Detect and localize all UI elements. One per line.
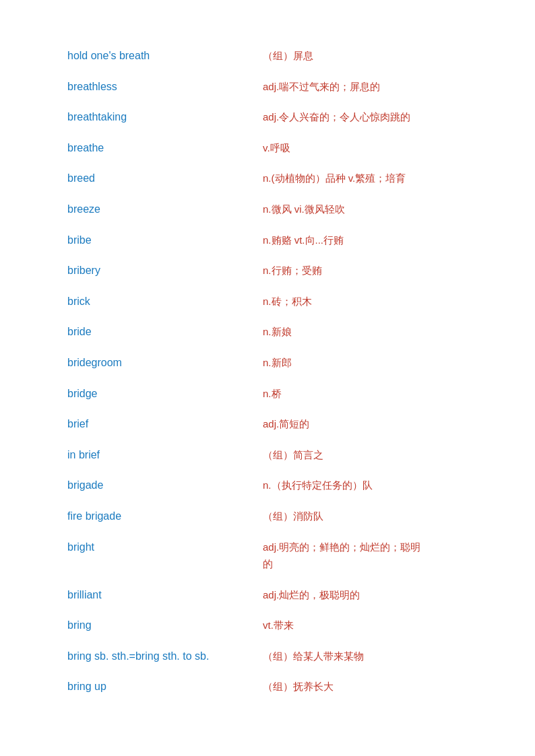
list-item: breezen.微风 vi.微风轻吹 [67,194,481,225]
list-item: bring sb. sth.=bring sth. to sb.（组）给某人带来… [67,641,481,672]
entry-definition: n.行贿；受贿 [263,262,481,279]
list-item: brilliantadj.灿烂的，极聪明的 [67,580,481,611]
entry-definition: adj.喘不过气来的；屏息的 [263,78,481,96]
entry-word: hold one's breath [67,47,263,65]
entry-definition: adj.简短的 [263,415,481,433]
entry-word: brigade [67,477,263,494]
entry-word: breeze [67,201,263,218]
entry-definition: n.贿赂 vt.向...行贿 [263,232,481,249]
list-item: bridgen.桥 [67,378,481,409]
list-item: briefadj.简短的 [67,409,481,440]
entry-definition: n.新娘 [263,323,481,341]
list-item: bringvt.带来 [67,610,481,641]
entry-definition: （组）屏息 [263,47,481,65]
list-item: briberyn.行贿；受贿 [67,255,481,286]
entry-word: bring [67,617,263,634]
entry-word: bribe [67,232,263,249]
list-item: bridegroomn.新郎 [67,347,481,378]
entry-word: bride [67,323,263,341]
list-item: breedn.(动植物的）品种 v.繁殖；培育 [67,163,481,194]
entry-definition: n.桥 [263,385,481,403]
entry-definition: （组）简言之 [263,446,481,464]
entry-definition: （组）消防队 [263,508,481,525]
entry-word: bridegroom [67,354,263,372]
entry-definition: adj.灿烂的，极聪明的 [263,586,481,604]
list-item: fire brigade（组）消防队 [67,501,481,532]
entry-definition: （组）抚养长大 [263,678,481,695]
entry-word: in brief [67,446,263,464]
entry-word: bright [67,539,263,556]
list-item: breathlessadj.喘不过气来的；屏息的 [67,71,481,102]
entry-definition: adj.明亮的；鲜艳的；灿烂的；聪明的 [263,539,481,573]
entry-definition: adj.令人兴奋的；令人心惊肉跳的 [263,108,481,126]
entry-definition: v.呼吸 [263,139,481,157]
entry-word: bridge [67,385,263,403]
list-item: breathev.呼吸 [67,133,481,164]
list-item: brickn.砖；积木 [67,286,481,317]
list-item: breathtakingadj.令人兴奋的；令人心惊肉跳的 [67,102,481,133]
entry-word: bring up [67,678,263,695]
entry-definition: vt.带来 [263,617,481,634]
entry-word: breathtaking [67,108,263,126]
list-item: in brief（组）简言之 [67,440,481,471]
list-item: hold one's breath（组）屏息 [67,40,481,71]
entry-word: fire brigade [67,508,263,525]
entry-word: brilliant [67,586,263,604]
entry-word: bring sb. sth.=bring sth. to sb. [67,648,263,665]
list-item: briden.新娘 [67,316,481,347]
entry-definition: n.（执行特定任务的）队 [263,477,481,494]
list-item: bring up（组）抚养长大 [67,671,481,702]
entry-word: brief [67,415,263,433]
entry-definition: n.新郎 [263,354,481,372]
entry-word: breathless [67,78,263,96]
entry-definition: n.砖；积木 [263,293,481,310]
entry-word: breed [67,170,263,187]
entry-definition: n.(动植物的）品种 v.繁殖；培育 [263,170,481,187]
entry-word: bribery [67,262,263,279]
entry-definition: n.微风 vi.微风轻吹 [263,201,481,218]
entry-word: breathe [67,139,263,157]
entry-word: brick [67,293,263,310]
entry-definition: （组）给某人带来某物 [263,648,481,665]
list-item: brightadj.明亮的；鲜艳的；灿烂的；聪明的 [67,532,481,580]
list-item: brigaden.（执行特定任务的）队 [67,470,481,501]
dictionary-container: hold one's breath（组）屏息breathlessadj.喘不过气… [0,0,535,743]
list-item: briben.贿赂 vt.向...行贿 [67,225,481,256]
